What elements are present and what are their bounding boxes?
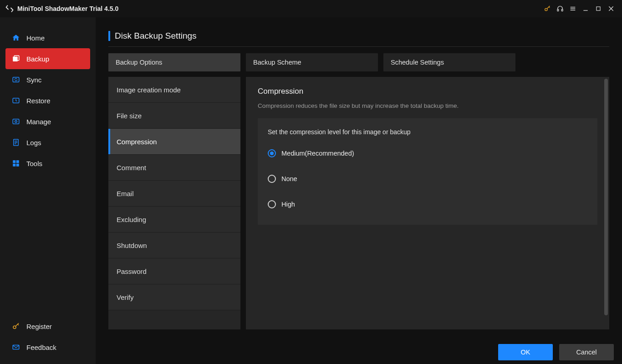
radio-icon bbox=[268, 175, 276, 183]
sidebar-item-label: Manage bbox=[26, 118, 51, 126]
sidebar-item-label: Restore bbox=[26, 97, 51, 105]
radio-label: Medium(Recommended) bbox=[281, 150, 354, 157]
sidebar-item-home[interactable]: Home bbox=[5, 27, 90, 48]
svg-rect-21 bbox=[16, 160, 19, 163]
sidebar-item-label: Sync bbox=[26, 76, 41, 84]
option-email[interactable]: Email bbox=[108, 181, 240, 207]
svg-rect-12 bbox=[13, 77, 19, 82]
radio-label: High bbox=[281, 201, 295, 208]
panel-description: Compression reduces the file size but ma… bbox=[258, 102, 597, 109]
ok-button[interactable]: OK bbox=[498, 344, 553, 360]
settings-panel: Compression Compression reduces the file… bbox=[246, 77, 609, 329]
sidebar-item-label: Logs bbox=[26, 139, 41, 147]
cancel-button[interactable]: Cancel bbox=[559, 344, 614, 360]
radio-compression-none[interactable]: None bbox=[268, 172, 587, 186]
svg-point-15 bbox=[15, 121, 17, 123]
sidebar-item-manage[interactable]: Manage bbox=[5, 111, 90, 132]
page-header: Disk Backup Settings bbox=[108, 31, 609, 47]
option-label: Image creation mode bbox=[117, 86, 181, 94]
radio-icon bbox=[268, 200, 276, 208]
panel-title: Compression bbox=[258, 87, 597, 96]
svg-rect-2 bbox=[561, 9, 563, 11]
option-label: Excluding bbox=[117, 216, 146, 223]
sidebar-item-label: Feedback bbox=[26, 344, 56, 351]
radio-compression-medium[interactable]: Medium(Recommended) bbox=[268, 147, 587, 160]
settings-tabs: Backup Options Backup Scheme Schedule Se… bbox=[108, 53, 609, 71]
option-shutdown[interactable]: Shutdown bbox=[108, 233, 240, 258]
tools-icon bbox=[12, 159, 20, 167]
option-label: Comment bbox=[117, 164, 146, 172]
option-label: Email bbox=[117, 190, 134, 197]
option-compression[interactable]: Compression bbox=[108, 129, 240, 155]
header-accent-bar bbox=[108, 31, 110, 41]
radio-icon bbox=[268, 149, 276, 157]
tab-label: Backup Scheme bbox=[253, 59, 301, 66]
option-label: Verify bbox=[117, 293, 134, 301]
sidebar-item-logs[interactable]: Logs bbox=[5, 132, 90, 153]
svg-rect-22 bbox=[13, 164, 15, 167]
option-password[interactable]: Password bbox=[108, 258, 240, 284]
svg-rect-1 bbox=[557, 9, 559, 11]
panel-scrollbar[interactable] bbox=[604, 79, 608, 315]
svg-rect-7 bbox=[597, 7, 600, 10]
sidebar-item-label: Tools bbox=[26, 160, 42, 167]
titlebar-maximize-icon[interactable] bbox=[592, 2, 605, 15]
button-label: Cancel bbox=[576, 349, 597, 356]
tab-schedule-settings[interactable]: Schedule Settings bbox=[383, 53, 515, 71]
option-label: Password bbox=[117, 268, 147, 275]
titlebar-menu-icon[interactable] bbox=[566, 2, 579, 15]
svg-point-24 bbox=[13, 326, 16, 329]
sidebar-item-label: Home bbox=[26, 34, 45, 42]
option-label: Compression bbox=[117, 138, 157, 146]
radio-label: None bbox=[281, 175, 297, 182]
compression-group: Set the compression level for this image… bbox=[258, 118, 597, 225]
svg-rect-20 bbox=[13, 160, 15, 163]
svg-rect-23 bbox=[16, 164, 19, 167]
mail-icon bbox=[12, 343, 20, 351]
compression-subtitle: Set the compression level for this image… bbox=[268, 128, 587, 136]
option-comment[interactable]: Comment bbox=[108, 155, 240, 181]
sidebar: Home Backup Sync Restore Manage Logs bbox=[0, 17, 96, 364]
titlebar-key-icon[interactable] bbox=[541, 2, 554, 15]
sidebar-item-backup[interactable]: Backup bbox=[5, 48, 90, 69]
titlebar: MiniTool ShadowMaker Trial 4.5.0 bbox=[0, 0, 622, 17]
app-logo-icon bbox=[5, 5, 14, 13]
option-file-size[interactable]: File size bbox=[108, 103, 240, 129]
svg-point-0 bbox=[545, 8, 547, 10]
restore-icon bbox=[12, 96, 20, 105]
backup-icon bbox=[12, 55, 20, 63]
sidebar-item-tools[interactable]: Tools bbox=[5, 153, 90, 174]
radio-compression-high[interactable]: High bbox=[268, 197, 587, 211]
svg-rect-14 bbox=[13, 119, 19, 124]
tab-backup-options[interactable]: Backup Options bbox=[108, 53, 240, 71]
manage-icon bbox=[12, 117, 20, 126]
sidebar-item-label: Register bbox=[26, 323, 52, 330]
button-label: OK bbox=[521, 349, 530, 356]
footer-buttons: OK Cancel bbox=[498, 344, 614, 360]
titlebar-headset-icon[interactable] bbox=[554, 2, 566, 15]
option-verify[interactable]: Verify bbox=[108, 284, 240, 310]
option-image-creation-mode[interactable]: Image creation mode bbox=[108, 77, 240, 103]
option-label: File size bbox=[117, 112, 142, 120]
tab-label: Backup Options bbox=[116, 59, 162, 66]
home-icon bbox=[12, 34, 20, 42]
sidebar-item-feedback[interactable]: Feedback bbox=[5, 337, 90, 358]
tab-backup-scheme[interactable]: Backup Scheme bbox=[246, 53, 378, 71]
logs-icon bbox=[12, 138, 20, 147]
app-title: MiniTool ShadowMaker Trial 4.5.0 bbox=[17, 5, 118, 12]
sidebar-item-restore[interactable]: Restore bbox=[5, 90, 90, 111]
sidebar-item-label: Backup bbox=[26, 55, 49, 63]
options-list: Image creation mode File size Compressio… bbox=[108, 77, 240, 329]
sidebar-item-sync[interactable]: Sync bbox=[5, 69, 90, 90]
option-excluding[interactable]: Excluding bbox=[108, 207, 240, 233]
key-icon bbox=[12, 322, 20, 330]
titlebar-close-icon[interactable] bbox=[605, 2, 617, 15]
sidebar-item-register[interactable]: Register bbox=[5, 316, 90, 337]
titlebar-minimize-icon[interactable] bbox=[579, 2, 592, 15]
tab-label: Schedule Settings bbox=[391, 59, 444, 66]
content-area: Disk Backup Settings Backup Options Back… bbox=[96, 17, 622, 364]
sync-icon bbox=[12, 76, 20, 84]
page-title: Disk Backup Settings bbox=[115, 31, 197, 41]
option-label: Shutdown bbox=[117, 242, 147, 249]
